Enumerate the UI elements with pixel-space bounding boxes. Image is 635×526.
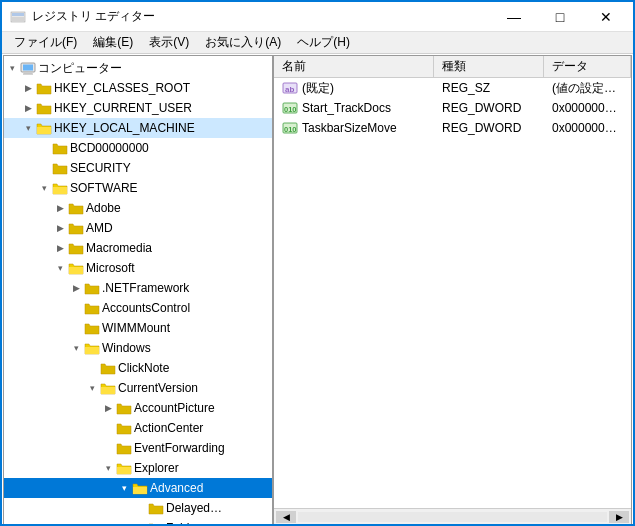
tree-row-computer[interactable]: ▾ コンピューター <box>4 58 272 78</box>
titlebar: レジストリ エディター — □ ✕ <box>2 2 633 32</box>
col-header-type: 種類 <box>434 56 544 77</box>
menu-edit[interactable]: 編集(E) <box>85 32 141 53</box>
tree-row-bcd[interactable]: ▶ BCD00000000 <box>4 138 272 158</box>
expand-icon-advanced: ▾ <box>116 483 132 493</box>
svg-marker-33 <box>117 467 131 474</box>
svg-marker-30 <box>117 424 131 434</box>
svg-marker-16 <box>69 204 83 214</box>
tree-label-accountpicture: AccountPicture <box>132 401 215 415</box>
menu-file[interactable]: ファイル(F) <box>6 32 85 53</box>
tree-row-netframework[interactable]: ▶ .NETFramework <box>4 278 272 298</box>
tree-row-accountpicture[interactable]: ▶ AccountPicture <box>4 398 272 418</box>
right-hscroll-track <box>298 512 607 522</box>
expand-icon-hkcr: ▶ <box>20 83 36 93</box>
right-hscroll-right[interactable]: ▶ <box>609 511 629 523</box>
svg-text:ab: ab <box>285 85 294 94</box>
svg-marker-8 <box>37 84 51 94</box>
tree-row-advanced[interactable]: ▾ Advanced <box>4 478 272 498</box>
tree-row-macromedia[interactable]: ▶ Macromedia <box>4 238 272 258</box>
tree-row-windows[interactable]: ▾ Windows <box>4 338 272 358</box>
right-hscroll-left[interactable]: ◀ <box>276 511 296 523</box>
tree-label-security: SECURITY <box>68 161 131 175</box>
tree-label-computer: コンピューター <box>36 60 122 77</box>
svg-marker-17 <box>69 224 83 234</box>
computer-icon <box>20 60 36 76</box>
svg-marker-13 <box>53 164 67 174</box>
folder-icon-netframework <box>84 280 100 296</box>
table-row[interactable]: 010 Start_TrackDocs REG_DWORD 0x00000001… <box>274 98 631 118</box>
tree-row-actioncenter[interactable]: ▶ ActionCenter <box>4 418 272 438</box>
folder-icon-explorer <box>116 460 132 476</box>
close-button[interactable]: ✕ <box>583 2 629 32</box>
expand-icon-delayedapp: ▶ <box>132 503 148 513</box>
right-hscroll[interactable]: ◀ ▶ <box>274 508 631 524</box>
folder-icon-amd <box>68 220 84 236</box>
tree-row-hkcu[interactable]: ▶ HKEY_CURRENT_USER <box>4 98 272 118</box>
expand-icon-hklm: ▾ <box>20 123 36 133</box>
menu-favorites[interactable]: お気に入り(A) <box>197 32 289 53</box>
minimize-button[interactable]: — <box>491 2 537 32</box>
cell-type-2: REG_DWORD <box>434 120 544 136</box>
expand-icon-actioncenter: ▶ <box>100 423 116 433</box>
tree-label-macromedia: Macromedia <box>84 241 152 255</box>
window: レジストリ エディター — □ ✕ ファイル(F) 編集(E) 表示(V) お気… <box>0 0 635 526</box>
tree-row-hklm[interactable]: ▾ HKEY_LOCAL_MACHINE <box>4 118 272 138</box>
menu-help[interactable]: ヘルプ(H) <box>289 32 358 53</box>
tree-row-microsoft[interactable]: ▾ Microsoft <box>4 258 272 278</box>
expand-icon-adobe: ▶ <box>52 203 68 213</box>
menubar: ファイル(F) 編集(E) 表示(V) お気に入り(A) ヘルプ(H) <box>2 32 633 54</box>
tree-row-adobe[interactable]: ▶ Adobe <box>4 198 272 218</box>
tree-row-accountscontrol[interactable]: ▶ AccountsControl <box>4 298 272 318</box>
expand-icon-amd: ▶ <box>52 223 68 233</box>
table-row[interactable]: 010 TaskbarSizeMove REG_DWORD 0x00000000… <box>274 118 631 138</box>
tree-row-clicknote[interactable]: ▶ ClickNote <box>4 358 272 378</box>
folder-icon-software <box>52 180 68 196</box>
tree-row-explorer[interactable]: ▾ Explorer <box>4 458 272 478</box>
folder-icon-accountscontrol <box>84 300 100 316</box>
window-controls: — □ ✕ <box>491 2 629 32</box>
expand-icon-accountpicture: ▶ <box>100 403 116 413</box>
table-header: 名前 種類 データ <box>274 56 631 78</box>
tree-row-security[interactable]: ▶ SECURITY <box>4 158 272 178</box>
maximize-button[interactable]: □ <box>537 2 583 32</box>
folder-icon-eventforwarding <box>116 440 132 456</box>
tree-label-hkcr: HKEY_CLASSES_ROOT <box>52 81 190 95</box>
tree-label-folder: Folder <box>164 521 200 524</box>
svg-rect-6 <box>24 72 32 74</box>
cell-name-1: 010 Start_TrackDocs <box>274 100 434 116</box>
tree-row-amd[interactable]: ▶ AMD <box>4 218 272 238</box>
tree-row-eventforwarding[interactable]: ▶ EventForwarding <box>4 438 272 458</box>
tree-row-currentversion[interactable]: ▾ CurrentVersion <box>4 378 272 398</box>
tree-row-wimmount[interactable]: ▶ WIMMMount <box>4 318 272 338</box>
folder-icon-hkcr <box>36 80 52 96</box>
tree-label-delayedapp: DelayedApp <box>164 501 224 515</box>
menu-view[interactable]: 表示(V) <box>141 32 197 53</box>
tree-row-software[interactable]: ▾ SOFTWARE <box>4 178 272 198</box>
folder-icon-currentversion <box>100 380 116 396</box>
table-row[interactable]: ab (既定) REG_SZ (値の設定なし) <box>274 78 631 98</box>
folder-icon-macromedia <box>68 240 84 256</box>
folder-icon-advanced <box>132 480 148 496</box>
svg-text:010: 010 <box>284 125 297 134</box>
reg-sz-icon: ab <box>282 81 298 95</box>
expand-icon-netframework: ▶ <box>68 283 84 293</box>
svg-marker-23 <box>85 324 99 334</box>
tree-label-amd: AMD <box>84 221 113 235</box>
svg-marker-21 <box>85 284 99 294</box>
expand-icon-clicknote: ▶ <box>84 363 100 373</box>
tree-label-hkcu: HKEY_CURRENT_USER <box>52 101 192 115</box>
folder-icon-security <box>52 160 68 176</box>
tree-row-folder[interactable]: ▶ Folder <box>4 518 272 524</box>
expand-icon-macromedia: ▶ <box>52 243 68 253</box>
svg-marker-29 <box>117 404 131 414</box>
cell-data-0: (値の設定なし) <box>544 79 631 98</box>
expand-icon-explorer: ▾ <box>100 463 116 473</box>
tree-pane[interactable]: ▾ コンピューター ▶ <box>4 56 274 524</box>
tree-row-delayedapp[interactable]: ▶ DelayedApp <box>4 498 272 518</box>
tree-row-hkcr[interactable]: ▶ HKEY_CLASSES_ROOT <box>4 78 272 98</box>
tree-label-currentversion: CurrentVersion <box>116 381 198 395</box>
svg-marker-35 <box>133 487 147 494</box>
svg-marker-20 <box>69 267 83 274</box>
expand-icon-hkcu: ▶ <box>20 103 36 113</box>
row-name-0: (既定) <box>302 80 334 97</box>
